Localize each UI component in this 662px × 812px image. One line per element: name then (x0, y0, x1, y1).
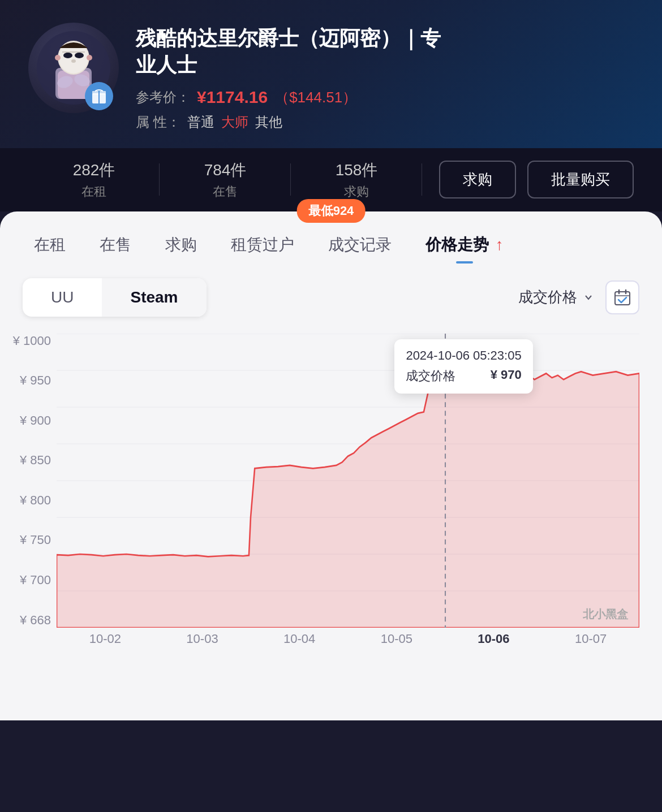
x-axis: 10-02 10-03 10-04 10-05 10-06 10-07 (57, 628, 639, 650)
rent-label: 在租 (28, 183, 160, 200)
item-title: 残酷的达里尔爵士（迈阿密）｜专 业人士 (136, 25, 634, 79)
price-label: 参考价： (136, 88, 190, 106)
svg-point-13 (87, 55, 92, 61)
y-label-668: ¥ 668 (20, 613, 51, 628)
y-label-900: ¥ 900 (20, 413, 51, 428)
calendar-icon (613, 288, 631, 306)
sell-label: 在售 (160, 183, 291, 200)
avatar-area (28, 23, 119, 113)
buy-request-button[interactable]: 求购 (439, 161, 516, 198)
calendar-button[interactable] (605, 280, 639, 314)
tooltip-price-label: 成交价格 (406, 368, 455, 385)
x-label-1007: 10-07 (575, 632, 607, 646)
svg-point-12 (55, 55, 61, 61)
tab-rent[interactable]: 在租 (23, 228, 77, 261)
y-label-1000: ¥ 1000 (13, 334, 51, 348)
watermark: 北小黑盒 (583, 607, 628, 622)
price-type-selector[interactable]: 成交价格 (518, 287, 594, 307)
price-usd: （$144.51） (274, 88, 357, 107)
tab-price-trend[interactable]: 价格走势 ↑ (414, 228, 515, 261)
want-label: 求购 (291, 183, 422, 200)
price-cny: ¥1174.16 (197, 88, 268, 107)
price-chart-svg (57, 334, 639, 628)
y-label-950: ¥ 950 (20, 373, 51, 388)
svg-point-8 (63, 53, 72, 58)
attr-normal: 普通 (187, 113, 214, 131)
y-label-750: ¥ 750 (20, 533, 51, 547)
sell-count: 784件 (160, 159, 291, 181)
attr-other: 其他 (255, 113, 282, 131)
want-count: 158件 (291, 159, 422, 181)
action-buttons: 求购 批量购买 (439, 161, 634, 198)
attr-master: 大师 (221, 113, 248, 131)
tab-history[interactable]: 成交记录 (317, 228, 403, 261)
tab-selector-row: UU Steam 成交价格 (0, 261, 662, 322)
tooltip-price-value: ¥ 970 (491, 368, 522, 385)
attr-label: 属 性： (136, 113, 180, 131)
chart-tooltip: 2024-10-06 05:23:05 成交价格 ¥ 970 (394, 339, 532, 394)
x-label-1005: 10-05 (381, 632, 412, 646)
dropdown-icon (583, 292, 594, 303)
chart-wrapper: ¥ 1000 ¥ 950 ¥ 900 ¥ 850 ¥ 800 ¥ 750 ¥ 7… (11, 334, 639, 650)
x-label-1006: 10-06 (478, 632, 509, 646)
header-section: 残酷的达里尔爵士（迈阿密）｜专 业人士 参考价： ¥1174.16 （$144.… (0, 0, 662, 148)
y-label-700: ¥ 700 (20, 573, 51, 588)
tooltip-price-row: 成交价格 ¥ 970 (406, 368, 521, 385)
x-label-1004: 10-04 (283, 632, 315, 646)
svg-point-10 (71, 59, 76, 63)
y-label-800: ¥ 800 (20, 493, 51, 508)
right-controls: 成交价格 (518, 280, 639, 314)
chart-inner: 2024-10-06 05:23:05 成交价格 ¥ 970 (57, 334, 639, 628)
tab-lease[interactable]: 租赁过户 (220, 228, 306, 261)
price-row: 参考价： ¥1174.16 （$144.51） (136, 88, 634, 107)
attr-row: 属 性： 普通 大师 其他 (136, 113, 634, 131)
bulk-buy-button[interactable]: 批量购买 (527, 161, 634, 198)
chart-path (57, 363, 639, 628)
tab-sell[interactable]: 在售 (88, 228, 143, 261)
stat-want: 158件 求购 (291, 159, 422, 200)
chart-area: ¥ 1000 ¥ 950 ¥ 900 ¥ 850 ¥ 800 ¥ 750 ¥ 7… (0, 322, 662, 673)
item-info: 残酷的达里尔爵士（迈阿密）｜专 业人士 参考价： ¥1174.16 （$144.… (136, 23, 634, 131)
tooltip-date: 2024-10-06 05:23:05 (406, 348, 521, 363)
box-badge (85, 82, 113, 110)
y-label-850: ¥ 850 (20, 453, 51, 468)
main-content: 最低924 在租 在售 求购 租赁过户 成交记录 价格走势 ↑ UU Steam (0, 211, 662, 720)
stat-sell: 784件 在售 (160, 159, 291, 200)
tab-want[interactable]: 求购 (154, 228, 208, 261)
box-icon (91, 88, 108, 105)
trend-up-icon: ↑ (496, 236, 504, 253)
uu-tab-button[interactable]: UU (23, 278, 102, 317)
rent-count: 282件 (28, 159, 160, 181)
x-label-1003: 10-03 (186, 632, 218, 646)
platform-tab-selector: UU Steam (23, 278, 207, 317)
svg-point-9 (75, 53, 84, 58)
y-axis: ¥ 1000 ¥ 950 ¥ 900 ¥ 850 ¥ 800 ¥ 750 ¥ 7… (11, 334, 57, 628)
min-price-badge: 最低924 (297, 199, 366, 223)
svg-rect-17 (615, 292, 630, 305)
stat-rent: 282件 在租 (28, 159, 160, 200)
x-label-1002: 10-02 (89, 632, 121, 646)
steam-tab-button[interactable]: Steam (102, 278, 206, 317)
